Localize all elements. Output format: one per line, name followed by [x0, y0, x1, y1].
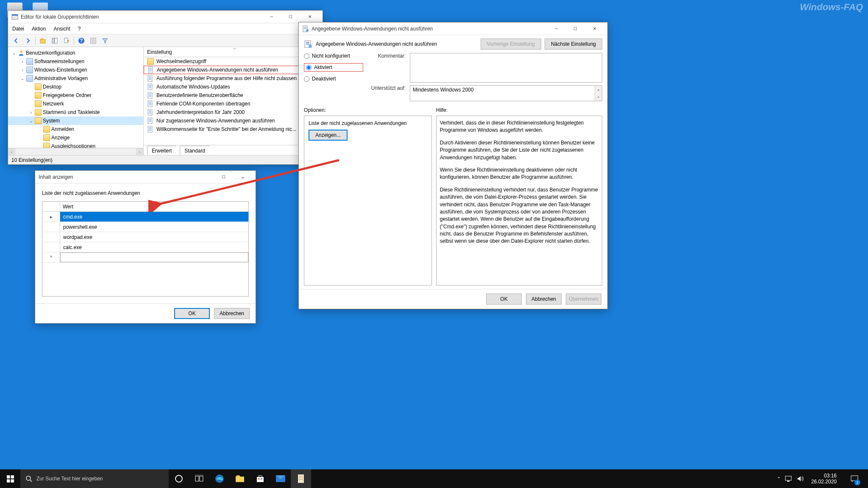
policy-titlebar[interactable]: Angegebene Windows-Anwendungen nicht aus… [299, 22, 607, 35]
tab-erweitert[interactable]: Erweitert [147, 146, 176, 155]
tree-item[interactable]: ⌄System [8, 116, 143, 125]
svg-rect-2 [40, 39, 45, 43]
help-text[interactable]: Verhindert, dass die in dieser Richtlini… [436, 116, 602, 286]
value-row[interactable]: calc.exe [42, 242, 248, 252]
setting-row[interactable]: Fehlende COM-Komponenten übertragen [144, 100, 323, 108]
setting-row[interactable]: Ausführung folgender Programme aus der H… [144, 74, 323, 83]
setting-row[interactable]: Automatische Windows-Updates [144, 83, 323, 91]
settings-list[interactable]: WechselmedienzugriffAngegebene Windows-A… [144, 57, 323, 145]
gpedit-icon [11, 14, 18, 20]
setting-row[interactable]: Willkommensseite für "Erste Schritte" be… [144, 125, 323, 133]
show-list-button[interactable]: Anzeigen... [309, 130, 348, 141]
search-box[interactable]: Zur Suche Text hier eingeben [20, 469, 169, 488]
supported-on: Mindestens Windows 2000▴▾ [410, 85, 602, 101]
tree-item[interactable]: ⌄Administrative Vorlagen [8, 74, 143, 83]
gpedit-titlebar[interactable]: Editor für lokale Gruppenrichtlinien ─ ☐… [8, 11, 323, 23]
properties-icon[interactable] [89, 36, 98, 45]
notepad-icon[interactable] [291, 469, 311, 488]
help-icon[interactable]: ? [77, 36, 86, 45]
svg-rect-4 [55, 38, 57, 43]
menu-view[interactable]: Ansicht [53, 26, 70, 32]
radio-not-configured[interactable]: Nicht konfiguriert [304, 53, 363, 59]
show-hide-tree-icon[interactable] [50, 36, 59, 45]
tree-item[interactable]: ›Windows-Einstellungen [8, 66, 143, 74]
value-row[interactable]: wordpad.exe [42, 232, 248, 242]
svg-line-59 [30, 480, 32, 482]
setting-row[interactable]: Wechselmedienzugriff [144, 57, 323, 66]
svg-rect-15 [149, 69, 152, 70]
svg-rect-75 [787, 481, 790, 482]
tree-pane[interactable]: ⌄ Benutzerkonfiguration ›Softwareeinstel… [8, 47, 144, 155]
svg-text:?: ? [80, 38, 83, 44]
mail-icon[interactable] [270, 469, 291, 488]
filter-icon[interactable] [100, 36, 110, 45]
network-icon[interactable] [785, 476, 793, 482]
ok-button[interactable]: OK [174, 308, 210, 319]
radio-disabled[interactable]: Deaktiviert [304, 76, 363, 82]
search-icon [25, 475, 32, 482]
close-button[interactable]: ✕ [585, 23, 604, 35]
comment-textarea[interactable] [410, 53, 602, 83]
back-button[interactable] [11, 36, 21, 45]
notifications-icon[interactable]: 2 [844, 469, 865, 488]
up-button[interactable] [38, 36, 47, 45]
ok-button[interactable]: OK [486, 294, 522, 305]
svg-rect-62 [200, 476, 203, 481]
list-header[interactable]: Einstellung ⌃ [144, 47, 323, 57]
tree-scrollbar[interactable]: ‹› [8, 148, 143, 155]
next-setting-button[interactable]: Nächste Einstellung [545, 39, 602, 50]
svg-rect-31 [149, 103, 151, 104]
values-grid[interactable]: Wert ▸cmd.exepowershell.exewordpad.execa… [42, 201, 249, 297]
minimize-button[interactable]: ─ [262, 11, 281, 23]
policy-heading-icon [304, 40, 312, 48]
close-button[interactable]: ✕ [300, 11, 319, 23]
value-row[interactable]: ▸cmd.exe [42, 212, 248, 222]
cancel-button[interactable]: Abbrechen [526, 294, 562, 305]
gpedit-toolbar: ? [8, 34, 323, 47]
maximize-button[interactable]: ☐ [281, 11, 300, 23]
menu-help[interactable]: ? [78, 26, 81, 32]
inhalt-titlebar[interactable]: Inhalt anzeigen ☐ ⌄ [35, 171, 256, 183]
tree-item[interactable]: ›Softwareeinstellungen [8, 57, 143, 66]
tree-item[interactable]: Freigegebene Ordner [8, 91, 143, 100]
radio-enabled[interactable]: Aktiviert [304, 63, 363, 72]
list-tabs: Erweitert Standard [144, 145, 323, 155]
menu-action[interactable]: Aktion [32, 26, 46, 32]
maximize-button[interactable]: ☐ [566, 23, 585, 35]
tree-item[interactable]: Desktop [8, 83, 143, 91]
cortana-icon[interactable] [169, 469, 189, 488]
taskbar: Zur Suche Text hier eingeben ⌃ 03:16 26.… [0, 469, 868, 488]
start-button[interactable] [0, 469, 20, 488]
setting-row[interactable]: Jahrhundertinterpretation für Jahr 2000 [144, 108, 323, 116]
tree-root[interactable]: ⌄ Benutzerkonfiguration [8, 49, 143, 57]
setting-row[interactable]: Angegebene Windows-Anwendungen nicht aus… [144, 66, 323, 74]
value-row-new[interactable]: * [42, 252, 248, 263]
tree-item[interactable]: Netzwerk [8, 100, 143, 108]
svg-rect-43 [149, 129, 151, 129]
sort-icon: ⌃ [233, 47, 236, 52]
minimize-button[interactable]: ─ [547, 23, 566, 35]
svg-rect-61 [195, 476, 199, 481]
tree-item[interactable]: ›Startmenü und Taskleiste [8, 108, 143, 116]
task-view-icon[interactable] [189, 469, 209, 488]
export-icon[interactable] [62, 36, 71, 45]
cancel-button[interactable]: Abbrechen [214, 308, 250, 319]
clock[interactable]: 03:16 26.02.2020 [808, 473, 840, 485]
tray-chevron-icon[interactable]: ⌃ [777, 476, 781, 482]
volume-icon[interactable] [797, 475, 804, 482]
setting-row[interactable]: Benutzerdefinierte Benutzeroberfläche [144, 91, 323, 100]
tree-item[interactable]: Anmelden [8, 125, 143, 133]
forward-button[interactable] [23, 36, 33, 45]
system-tray[interactable]: ⌃ 03:16 26.02.2020 2 [773, 469, 868, 488]
tree-item[interactable]: Anzeige [8, 133, 143, 142]
values-header[interactable]: Wert [42, 202, 248, 212]
maximize-button[interactable]: ☐ [214, 171, 233, 183]
menu-file[interactable]: Datei [12, 26, 24, 32]
tab-standard[interactable]: Standard [180, 146, 210, 155]
explorer-icon[interactable] [230, 469, 250, 488]
value-row[interactable]: powershell.exe [42, 222, 248, 232]
setting-row[interactable]: Nur zugelassene Windows-Anwendungen ausf… [144, 116, 323, 125]
edge-icon[interactable] [209, 469, 230, 488]
close-button[interactable]: ⌄ [233, 171, 252, 183]
store-icon[interactable] [250, 469, 270, 488]
